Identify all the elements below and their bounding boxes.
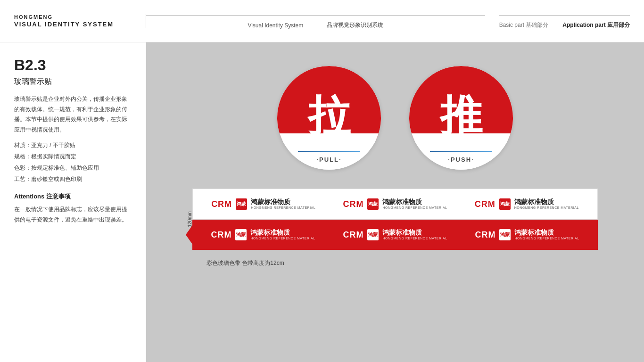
brand-cn-red-3: 鸿蒙标准物质 — [514, 229, 579, 237]
push-blue-line — [430, 151, 492, 152]
circles-row: 拉 ·PULL· 推 ·PUSH· — [277, 57, 513, 179]
brand-icon-red-2: 鸿蒙 — [366, 228, 380, 241]
crm-text-3: CRM — [475, 199, 495, 209]
brand-en-2: HONGMENG REFERENCE MATERIAL — [382, 206, 447, 210]
logo-unit-red-1: CRM 鸿蒙 鸿蒙标准物质 HONGMENG REFERENCE MATERIA… — [211, 228, 315, 241]
push-sticker: 推 ·PUSH· — [409, 66, 513, 170]
brand-icon-red-3: 鸿蒙 — [498, 228, 512, 241]
right-nav-items: Basic part 基础部分 Application part 应用部分 — [499, 21, 630, 29]
brand-name-2: 鸿蒙标准物质 HONGMENG REFERENCE MATERIAL — [382, 198, 447, 210]
red-arrow — [186, 225, 192, 244]
nav-divider — [146, 15, 485, 16]
center-nav: Visual Identity System 品牌视觉形象识别系统 — [146, 13, 485, 29]
brand-cn-red-2: 鸿蒙标准物质 — [382, 229, 447, 237]
pull-blue-line — [298, 151, 360, 152]
banner-red: CRM 鸿蒙 鸿蒙标准物质 HONGMENG REFERENCE MATERIA… — [192, 220, 598, 250]
section-desc: 玻璃警示贴是企业对外内公关，传播企业形象的有效载体。统一规范，有利于企业形象的传… — [14, 94, 132, 135]
right-nav-divider — [499, 15, 630, 16]
crm-text-red-3: CRM — [475, 230, 495, 240]
brand-icon-2: 鸿蒙 — [366, 197, 380, 211]
crm-text-red-1: CRM — [211, 230, 231, 240]
right-nav: Basic part 基础部分 Application part 应用部分 — [485, 13, 630, 29]
spec-material: 材质：亚克力 / 不干胶贴 — [14, 140, 132, 151]
brand-en-red-1: HONGMENG REFERENCE MATERIAL — [250, 237, 315, 240]
brand-cn-1: 鸿蒙标准物质 — [251, 198, 315, 206]
pull-char: 拉 — [308, 94, 350, 137]
push-char: 推 — [440, 94, 482, 137]
push-label: ·PUSH· — [448, 156, 474, 163]
brand-en-3: HONGMENG REFERENCE MATERIAL — [514, 206, 579, 210]
pull-label: ·PULL· — [316, 156, 341, 163]
brand-name-red-1: 鸿蒙标准物质 HONGMENG REFERENCE MATERIAL — [250, 229, 315, 240]
brand-en-red-2: HONGMENG REFERENCE MATERIAL — [382, 237, 447, 240]
main-content: B2.3 玻璃警示贴 玻璃警示贴是企业对外内公关，传播企业形象的有效载体。统一规… — [0, 42, 644, 362]
header: HONGMENG VISUAL IDENTITY SYSTEM Visual I… — [0, 0, 644, 42]
sidebar: B2.3 玻璃警示贴 玻璃警示贴是企业对外内公关，传播企业形象的有效载体。统一规… — [0, 42, 146, 362]
brand-icon-3: 鸿蒙 — [498, 197, 512, 211]
section-code: B2.3 — [14, 57, 132, 74]
crm-text-2: CRM — [343, 199, 363, 209]
brand-en-red-3: HONGMENG REFERENCE MATERIAL — [514, 237, 579, 240]
brand-name-3: 鸿蒙标准物质 HONGMENG REFERENCE MATERIAL — [514, 198, 579, 210]
brand-cn-red-1: 鸿蒙标准物质 — [250, 229, 315, 237]
brand-en-1: HONGMENG REFERENCE MATERIAL — [251, 206, 315, 210]
crm-text-red-2: CRM — [343, 230, 363, 240]
logo-line2: VISUAL IDENTITY SYSTEM — [14, 21, 136, 28]
content-area: 拉 ·PULL· 推 ·PUSH· 120mm — [146, 42, 644, 362]
logo-unit-white-1: CRM 鸿蒙 鸿蒙标准物质 HONGMENG REFERENCE MATERIA… — [211, 197, 315, 211]
logo-unit-red-3: CRM 鸿蒙 鸿蒙标准物质 HONGMENG REFERENCE MATERIA… — [475, 228, 579, 241]
right-nav-basic: Basic part 基础部分 — [499, 21, 549, 29]
brand-name-1: 鸿蒙标准物质 HONGMENG REFERENCE MATERIAL — [251, 198, 315, 210]
logo-unit-white-2: CRM 鸿蒙 鸿蒙标准物质 HONGMENG REFERENCE MATERIA… — [343, 197, 447, 211]
brand-cn-2: 鸿蒙标准物质 — [382, 198, 447, 206]
pull-sticker: 拉 ·PULL· — [277, 66, 381, 170]
logo-unit-white-3: CRM 鸿蒙 鸿蒙标准物质 HONGMENG REFERENCE MATERIA… — [475, 197, 579, 211]
logo-unit-red-2: CRM 鸿蒙 鸿蒙标准物质 HONGMENG REFERENCE MATERIA… — [343, 228, 447, 241]
brand-name-red-2: 鸿蒙标准物质 HONGMENG REFERENCE MATERIAL — [382, 229, 447, 240]
attentions-title: Attentions 注意事项 — [14, 192, 132, 201]
section-specs: 材质：亚克力 / 不干胶贴 规格：根据实际情况而定 色彩：按规定标准色、辅助色应… — [14, 140, 132, 185]
crm-text-1: CRM — [211, 199, 232, 209]
attentions-desc: 在一般情况下使用品牌标志，应该尽量使用提供的电子资源文件，避免在重绘中出现误差。 — [14, 205, 132, 225]
right-nav-application: Application part 应用部分 — [562, 21, 630, 29]
caption: 彩色玻璃色带 色带高度为12cm — [192, 259, 598, 267]
spec-color: 色彩：按规定标准色、辅助色应用 — [14, 162, 132, 173]
section-title: 玻璃警示贴 — [14, 77, 132, 87]
size-label: 120mm — [187, 211, 192, 227]
logo-area: HONGMENG VISUAL IDENTITY SYSTEM — [14, 14, 146, 28]
nav-items: Visual Identity System 品牌视觉形象识别系统 — [248, 21, 383, 29]
nav-item-cn: 品牌视觉形象识别系统 — [327, 21, 383, 29]
brand-icon-red-1: 鸿蒙 — [234, 228, 248, 241]
banner-section: 120mm CRM 鸿蒙 鸿蒙标准物质 HONGMENG REFERENCE M… — [192, 189, 598, 250]
banner-white: CRM 鸿蒙 鸿蒙标准物质 HONGMENG REFERENCE MATERIA… — [192, 189, 598, 220]
brand-name-red-3: 鸿蒙标准物质 HONGMENG REFERENCE MATERIAL — [514, 229, 579, 240]
nav-item-en: Visual Identity System — [248, 22, 303, 29]
brand-cn-3: 鸿蒙标准物质 — [514, 198, 579, 206]
spec-craft: 工艺：磨砂镂空或四色印刷 — [14, 173, 132, 185]
spec-size: 规格：根据实际情况而定 — [14, 151, 132, 162]
brand-icon-1: 鸿蒙 — [235, 197, 248, 211]
logo-line1: HONGMENG — [14, 14, 136, 20]
